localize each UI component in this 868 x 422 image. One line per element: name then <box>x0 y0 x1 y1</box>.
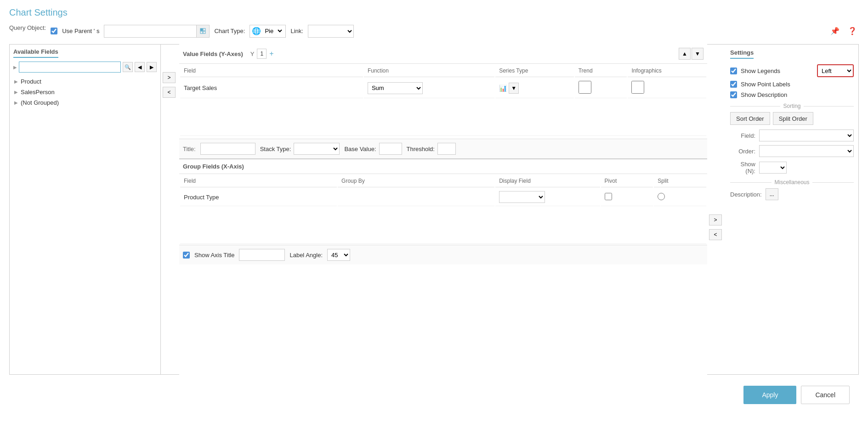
search-input[interactable] <box>19 62 121 73</box>
chart-type-wrap: 🌐 Pie Bar Line <box>250 25 286 38</box>
show-description-label: Show Description <box>741 91 854 98</box>
table-row: Target Sales Sum Count Average <box>180 78 706 98</box>
chart-type-select[interactable]: Pie Bar Line <box>263 27 284 35</box>
display-field-select[interactable] <box>499 191 545 203</box>
series-type-cell: 📊 ▼ <box>495 78 574 98</box>
function-select[interactable]: Sum Count Average <box>368 82 423 94</box>
prev-button[interactable]: ◀ <box>135 62 145 72</box>
trend-col-header: Trend <box>575 65 627 77</box>
chart-type-label: Chart Type: <box>214 28 245 34</box>
search-button[interactable]: 🔍 <box>123 62 133 72</box>
show-description-checkbox[interactable] <box>730 91 737 98</box>
description-row: Description: ... <box>730 188 854 200</box>
stack-type-label: Stack Type: <box>260 146 291 152</box>
trend-checkbox[interactable] <box>579 81 591 94</box>
field-label: Field: <box>730 132 755 139</box>
available-fields-panel: Available Fields ▶ 🔍 ◀ ▶ ▶ Product ▶ Sal… <box>9 44 161 375</box>
show-description-row: Show Description <box>730 91 854 98</box>
table-icon <box>200 28 206 34</box>
apply-button[interactable]: Apply <box>743 386 796 404</box>
list-item[interactable]: ▶ SalesPerson <box>13 87 157 97</box>
show-point-labels-checkbox[interactable] <box>730 81 737 88</box>
stack-type-select[interactable] <box>294 143 340 155</box>
bottom-bar: Apply Cancel <box>9 378 859 411</box>
show-legends-checkbox[interactable] <box>730 68 737 74</box>
trend-cell <box>575 78 627 98</box>
sort-buttons: Sort Order Split Order <box>730 112 854 125</box>
pin-button[interactable]: 📌 <box>828 25 841 38</box>
svg-rect-3 <box>203 31 205 34</box>
gdisplay-field-col-header: Display Field <box>495 175 600 187</box>
sort-field-select[interactable] <box>759 129 854 141</box>
field-name: SalesPerson <box>21 89 55 96</box>
help-button[interactable]: ❓ <box>846 25 859 38</box>
use-parent-label: Use Parent ' s <box>62 28 99 34</box>
misc-divider: Miscellaneous <box>730 179 854 186</box>
gfield-col-header: Field <box>180 175 337 187</box>
list-item[interactable]: ▶ Product <box>13 76 157 87</box>
gsplit-cell <box>654 188 706 206</box>
gsplit-col-header: Split <box>654 175 706 187</box>
settings-panel: Settings Show Legends Left Right Top Bot… <box>726 44 859 375</box>
sections-wrap: Value Fields (Y-Axes) Y 1 + ▲ ▼ <box>179 44 707 375</box>
add-to-value-button[interactable]: > <box>163 72 176 83</box>
add-to-group-button[interactable]: > <box>709 214 722 225</box>
gpivot-col-header: Pivot <box>601 175 653 187</box>
show-legends-row: Show Legends Left Right Top Bottom <box>730 64 854 77</box>
legends-position-select[interactable]: Left Right Top Bottom <box>817 64 854 77</box>
x-axis-bar: Show Axis Title X-Axis Title Label Angle… <box>179 245 707 264</box>
series-type-col-header: Series Type <box>495 65 574 77</box>
remove-from-value-button[interactable]: < <box>163 87 176 98</box>
remove-from-group-button[interactable]: < <box>709 229 722 240</box>
add-y-button[interactable]: + <box>269 50 273 58</box>
label-angle-label: Label Angle: <box>289 252 323 259</box>
list-item[interactable]: ▶ (Not Grouped) <box>13 97 157 108</box>
query-text-input[interactable] <box>104 25 196 37</box>
description-button[interactable]: ... <box>766 188 778 200</box>
series-dropdown-button[interactable]: ▼ <box>509 83 519 94</box>
base-value-input[interactable]: 0 <box>379 143 402 155</box>
sort-order-button[interactable]: Sort Order <box>730 112 770 125</box>
query-input-wrap <box>104 25 210 38</box>
split-order-button[interactable]: Split Order <box>773 112 813 125</box>
main-layout: Available Fields ▶ 🔍 ◀ ▶ ▶ Product ▶ Sal… <box>9 44 859 375</box>
order-select[interactable] <box>759 145 854 157</box>
x-axis-title-input[interactable]: X-Axis Title <box>239 249 285 261</box>
group-fields-header: Group Fields (X-Axis) <box>179 159 707 174</box>
page-title: Chart Settings <box>9 7 859 18</box>
infographics-cell <box>628 78 706 98</box>
sort-field-row: Field: <box>730 129 854 141</box>
description-label: Description: <box>730 191 762 198</box>
field-cell: Target Sales <box>180 78 363 98</box>
infographics-checkbox[interactable] <box>631 81 644 94</box>
show-legends-label: Show Legends <box>741 68 813 74</box>
infographics-col-header: Infographics <box>628 65 706 77</box>
middle-area: > < Value Fields (Y-Axes) Y 1 + <box>161 44 726 375</box>
query-icon-button[interactable] <box>196 25 209 37</box>
link-select[interactable] <box>308 25 354 38</box>
y-axis-bar: Title: Y-Axis Title Stack Type: Base Val… <box>179 139 707 158</box>
label-angle-select[interactable]: 45 0 90 <box>327 249 350 261</box>
show-axis-title-checkbox[interactable] <box>183 252 190 259</box>
field-col-header: Field <box>180 65 363 77</box>
field-name: (Not Grouped) <box>21 99 59 106</box>
field-expand-icon: ▶ <box>14 100 18 105</box>
cancel-button[interactable]: Cancel <box>801 386 850 404</box>
base-value-label: Base Value: <box>344 146 376 152</box>
move-up-button[interactable]: ▲ <box>679 48 691 60</box>
svg-rect-0 <box>200 28 203 31</box>
next-button[interactable]: ▶ <box>147 62 157 72</box>
pivot-checkbox[interactable] <box>605 193 612 200</box>
use-parent-checkbox[interactable] <box>51 28 57 34</box>
ggroup-by-col-header: Group By <box>338 175 494 187</box>
query-bar: Query Object: Use Parent ' s Chart Type:… <box>9 24 859 38</box>
threshold-input[interactable] <box>437 143 456 155</box>
group-transfer-col: > < <box>707 44 726 375</box>
y-axis-title-input[interactable]: Y-Axis Title <box>200 143 255 155</box>
show-n-select[interactable] <box>759 162 787 174</box>
svg-rect-2 <box>200 31 203 34</box>
order-row: Order: <box>730 145 854 157</box>
show-n-label: Show (N): <box>730 161 755 174</box>
move-down-button[interactable]: ▼ <box>692 48 703 60</box>
split-radio[interactable] <box>658 193 665 200</box>
